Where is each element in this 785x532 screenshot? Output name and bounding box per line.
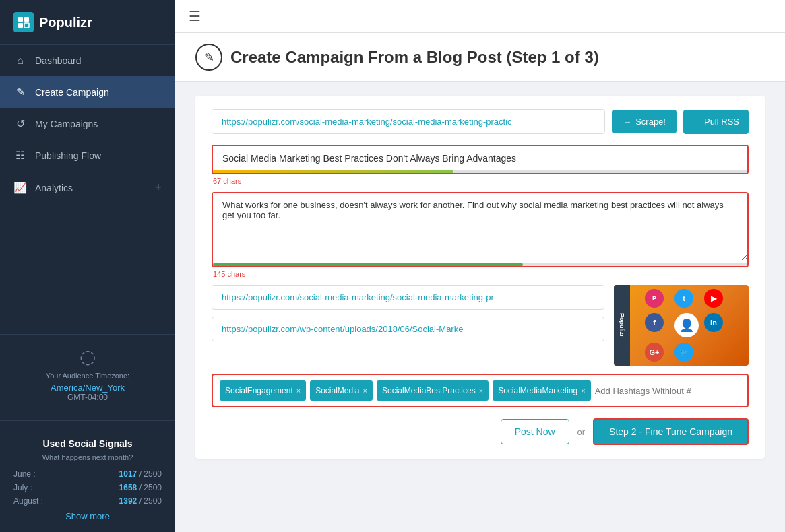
app-name: Populizr (39, 15, 92, 30)
pinterest-icon: P (645, 289, 664, 308)
svg-rect-1 (24, 17, 29, 22)
sidebar-item-dashboard[interactable]: ⌂ Dashboard (0, 45, 175, 76)
svg-rect-3 (24, 23, 29, 28)
page-header: ✎ Create Campaign From a Blog Post (Step… (175, 33, 785, 82)
signals-title: Used Social Signals (13, 438, 162, 449)
tag-label: SocialMediaMarketing (498, 386, 577, 395)
desc-progress-track (213, 263, 747, 266)
timezone-name: America/New_York (13, 383, 162, 393)
tag-label: SocialMediaBestPractices (382, 386, 476, 395)
hashtag-social-media: SocialMedia × (310, 380, 373, 401)
signal-used-august: 1392 (119, 496, 137, 506)
tag-remove-icon[interactable]: × (479, 387, 483, 395)
sidebar-item-analytics[interactable]: 📈 Analytics + (0, 171, 175, 204)
link-image-row: Populizr P t ▶ f 👤 in G+ 🐦 (212, 285, 749, 366)
social-signals-section: Used Social Signals What happens next mo… (0, 428, 175, 532)
description-input-wrapper (212, 192, 749, 267)
hashtags-input-wrapper[interactable]: SocialEngagement × SocialMedia × SocialM… (212, 374, 749, 407)
post-now-button[interactable]: Post Now (501, 419, 569, 444)
links-column (212, 285, 604, 341)
title-progress-bar-track (213, 170, 747, 173)
nav-label-publishing-flow: Publishing Flow (35, 150, 101, 161)
sidebar-divider-1 (0, 327, 175, 327)
avatar-person: 👤 (674, 313, 699, 337)
campaign-title-input[interactable] (213, 146, 747, 170)
signal-row-august: August : 1392 / 2500 (13, 496, 162, 506)
signal-row-june: June : 1017 / 2500 (13, 469, 162, 479)
title-progress-bar (213, 170, 453, 173)
article-link-input[interactable] (212, 285, 604, 310)
desc-progress-bar (213, 263, 523, 266)
blog-url-input[interactable] (212, 109, 605, 134)
hashtag-social-media-best-practices: SocialMediaBestPractices × (377, 380, 489, 401)
campaigns-icon: ↺ (13, 117, 27, 130)
main-content: ☰ ✎ Create Campaign From a Blog Post (St… (175, 0, 785, 532)
signal-month-august: August : (13, 496, 43, 506)
logo-icon (13, 12, 34, 32)
edit-icon: ✎ (204, 50, 214, 65)
page-title: Create Campaign From a Blog Post (Step 1… (230, 48, 599, 67)
googleplus-icon: G+ (645, 343, 664, 362)
title-input-wrapper (212, 145, 749, 174)
analytics-icon: 📈 (13, 181, 27, 194)
tag-label: SocialMedia (315, 386, 359, 395)
signal-max-july: 2500 (144, 483, 162, 492)
rss-label: Pull RSS (704, 117, 739, 127)
timezone-offset: GMT-04:00 (13, 393, 162, 402)
tag-remove-icon[interactable]: × (296, 387, 301, 395)
signal-used-june: 1017 (119, 469, 137, 479)
nav-label-dashboard: Dashboard (35, 55, 82, 66)
signal-month-july: July : (13, 483, 32, 492)
campaign-form-card: → Scrape! ⎸ Pull RSS 67 chars (195, 96, 765, 459)
signals-subtitle: What happens next month? (13, 453, 162, 461)
preview-inner: Populizr P t ▶ f 👤 in G+ 🐦 (614, 285, 749, 366)
nav-label-create-campaign: Create Campaign (35, 87, 109, 98)
form-footer: Post Now or Step 2 - Fine Tune Campaign (212, 418, 749, 445)
hashtag-social-media-marketing: SocialMediaMarketing × (493, 380, 591, 401)
sidebar-item-my-campaigns[interactable]: ↺ My Campaigns (0, 108, 175, 139)
linkedin-icon: in (704, 313, 723, 332)
timezone-label: Your Audience Timezone: (13, 372, 162, 380)
desc-char-count: 145 chars (212, 270, 749, 278)
scrape-button[interactable]: → Scrape! (612, 110, 677, 133)
twitter2-icon: 🐦 (674, 343, 693, 362)
twitter-icon: t (674, 289, 693, 308)
sidebar-item-create-campaign[interactable]: ✎ Create Campaign (0, 76, 175, 108)
article-image-preview: Populizr P t ▶ f 👤 in G+ 🐦 (614, 285, 749, 366)
sidebar-item-publishing-flow[interactable]: ☷ Publishing Flow (0, 139, 175, 171)
tag-remove-icon[interactable]: × (363, 387, 367, 395)
sidebar-divider-2 (0, 420, 175, 421)
or-divider: or (577, 427, 586, 437)
nav-label-analytics: Analytics (35, 182, 73, 193)
scrape-label: Scrape! (635, 117, 666, 127)
url-row: → Scrape! ⎸ Pull RSS (212, 109, 749, 134)
analytics-plus-icon[interactable]: + (154, 180, 162, 195)
tag-label: SocialEngagement (225, 386, 293, 395)
create-icon: ✎ (13, 86, 27, 98)
sidebar-nav: ⌂ Dashboard ✎ Create Campaign ↺ My Campa… (0, 45, 175, 320)
nav-label-my-campaigns: My Campaigns (35, 119, 98, 129)
page-header-icon: ✎ (195, 44, 222, 71)
hashtag-input[interactable] (595, 380, 741, 401)
signal-max-august: 2500 (144, 496, 162, 506)
tag-remove-icon[interactable]: × (581, 387, 585, 395)
signal-row-july: July : 1658 / 2500 (13, 483, 162, 492)
facebook-icon: f (645, 313, 664, 332)
image-url-input[interactable] (212, 317, 604, 341)
pull-rss-button[interactable]: ⎸ Pull RSS (683, 110, 749, 134)
signal-used-july: 1658 (119, 483, 137, 492)
topbar: ☰ (175, 0, 785, 33)
campaign-description-textarea[interactable] (213, 193, 747, 261)
sidebar: Populizr ⌂ Dashboard ✎ Create Campaign ↺… (0, 0, 175, 532)
publishing-icon: ☷ (13, 149, 27, 162)
title-char-count: 67 chars (212, 177, 749, 185)
content-area: → Scrape! ⎸ Pull RSS 67 chars (175, 82, 785, 532)
show-more-link[interactable]: Show more (13, 511, 162, 521)
step2-button[interactable]: Step 2 - Fine Tune Campaign (593, 418, 749, 445)
home-icon: ⌂ (13, 55, 27, 67)
clock-icon: ◌ (13, 345, 162, 368)
hamburger-icon[interactable]: ☰ (189, 8, 201, 24)
app-logo: Populizr (0, 0, 175, 45)
svg-rect-2 (18, 23, 23, 28)
scrape-arrow-icon: → (623, 117, 631, 127)
